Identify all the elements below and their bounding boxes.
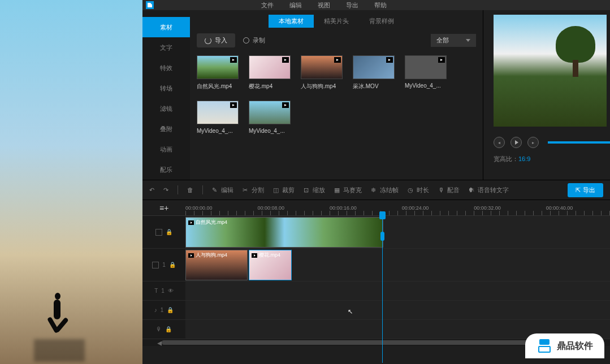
- clip-play-icon: [188, 220, 194, 225]
- filter-dropdown[interactable]: 全部: [431, 34, 476, 47]
- freeze-button[interactable]: ❄冻结帧: [371, 186, 399, 194]
- menu-edit[interactable]: 编辑: [289, 1, 302, 10]
- play-badge-icon: [282, 102, 289, 108]
- play-badge-icon: [230, 102, 237, 108]
- media-item[interactable]: MyVideo_4_...: [197, 101, 239, 134]
- aspect-ratio-info: 宽高比：16:9: [494, 155, 610, 163]
- subtab-bg[interactable]: 背景样例: [359, 15, 404, 28]
- undo-button[interactable]: ↶: [149, 187, 154, 194]
- media-thumbnail: [301, 55, 343, 79]
- subtab-titles[interactable]: 精美片头: [314, 15, 359, 28]
- tab-media[interactable]: 素材: [142, 17, 190, 37]
- prev-frame-button[interactable]: ◂: [494, 137, 505, 148]
- timestamp: 00:00:00.00: [185, 205, 213, 211]
- media-filename: 自然风光.mp4: [197, 83, 239, 90]
- track-head-pip[interactable]: 1🔒: [142, 249, 185, 281]
- tab-music[interactable]: 配乐: [142, 159, 190, 180]
- app-icon: [146, 1, 154, 9]
- menu-view[interactable]: 视图: [318, 1, 330, 10]
- mouse-cursor: ↖: [348, 308, 353, 315]
- prev-icon: ◂: [498, 140, 500, 145]
- timestamp: 00:00:40.00: [546, 205, 573, 211]
- media-filename: MyVideo_4_...: [197, 128, 239, 134]
- media-thumbnail: [405, 55, 447, 79]
- play-badge-icon: [282, 57, 289, 63]
- watermark-text: 鼎品软件: [557, 340, 593, 352]
- redo-button[interactable]: ↷: [163, 187, 168, 194]
- time-ruler[interactable]: ≡+ 00:00:00.00 00:00:08.00 00:00:16.00 0…: [142, 200, 610, 216]
- tab-transition[interactable]: 转场: [142, 78, 190, 98]
- clip-name: 自然风光.mp4: [196, 219, 227, 226]
- zoom-button[interactable]: ⊡缩放: [304, 186, 325, 194]
- watermark-badge: 鼎品软件: [525, 333, 604, 358]
- crop-button[interactable]: ◫裁剪: [273, 186, 295, 194]
- add-track-button[interactable]: ≡+: [159, 203, 168, 213]
- duration-button[interactable]: ◷时长: [408, 186, 429, 194]
- play-button[interactable]: [511, 137, 522, 148]
- media-panel: 本地素材 精美片头 背景样例 导入 录制 全部 自然风光.mp4樱花.mp4人与: [190, 10, 483, 180]
- watermark-icon: [537, 338, 552, 354]
- tab-overlay[interactable]: 叠附: [142, 119, 190, 139]
- edit-button[interactable]: ✎编辑: [212, 186, 233, 194]
- media-thumbnail: [197, 55, 239, 79]
- timeline-toolbar: ↶ ↷ 🗑 ✎编辑 ✂分割 ◫裁剪 ⊡缩放 ▦马赛克 ❄冻结帧 ◷时长 🎙配音 …: [142, 180, 610, 200]
- timeline: ≡+ 00:00:00.00 00:00:08.00 00:00:16.00 0…: [142, 200, 610, 346]
- track-head-voice[interactable]: 🎙🔒: [142, 320, 185, 339]
- media-filename: 人与狗狗.mp4: [301, 83, 343, 90]
- subtab-local[interactable]: 本地素材: [269, 15, 314, 28]
- track-head-video[interactable]: 🔒: [142, 216, 185, 248]
- clip-play-icon: [252, 253, 257, 258]
- mosaic-button[interactable]: ▦马赛克: [334, 186, 362, 194]
- media-filename: 采冰.MOV: [353, 83, 395, 90]
- record-icon: [243, 37, 249, 44]
- menubar: 文件 编辑 视图 导出 帮助: [142, 0, 610, 10]
- media-item[interactable]: 人与狗狗.mp4: [301, 55, 343, 90]
- menu-export[interactable]: 导出: [346, 1, 358, 10]
- media-grid: 自然风光.mp4樱花.mp4人与狗狗.mp4采冰.MOVMyVideo_4_..…: [190, 55, 483, 134]
- play-badge-icon: [386, 57, 393, 63]
- delete-button[interactable]: 🗑: [187, 187, 193, 193]
- media-item[interactable]: MyVideo_4_...: [249, 101, 291, 134]
- tab-text[interactable]: 文字: [142, 37, 190, 58]
- media-item[interactable]: 自然风光.mp4: [197, 55, 239, 90]
- media-item[interactable]: 采冰.MOV: [353, 55, 395, 90]
- export-button[interactable]: ⇱导出: [568, 183, 603, 197]
- preview-progress[interactable]: [548, 141, 610, 144]
- tab-animation[interactable]: 动画: [142, 139, 190, 159]
- video-track: 🔒 自然风光.mp4: [142, 216, 610, 249]
- timestamp: 00:00:32.00: [474, 205, 501, 211]
- split-button[interactable]: ✂分割: [243, 186, 264, 194]
- import-button[interactable]: 导入: [197, 33, 235, 47]
- next-frame-button[interactable]: ▸: [527, 137, 539, 148]
- clip-pip1[interactable]: 人与狗狗.mp4: [185, 250, 248, 280]
- record-label: 录制: [253, 36, 265, 45]
- record-button[interactable]: 录制: [243, 36, 265, 45]
- filter-label: 全部: [436, 36, 449, 45]
- track-head-audio[interactable]: ♪1🔒: [142, 301, 185, 319]
- timestamp: 00:00:08.00: [258, 205, 285, 211]
- media-item[interactable]: MyVideo_4_...: [405, 55, 447, 90]
- playhead[interactable]: [382, 216, 383, 363]
- media-filename: 樱花.mp4: [249, 83, 291, 90]
- play-badge-icon: [230, 57, 237, 63]
- tab-effects[interactable]: 特效: [142, 58, 190, 78]
- tab-filter[interactable]: 滤镜: [142, 98, 190, 119]
- track-head-text[interactable]: T1👁: [142, 281, 185, 300]
- media-thumbnail: [353, 55, 395, 79]
- menu-file[interactable]: 文件: [261, 1, 274, 10]
- clip-play-icon: [188, 253, 194, 258]
- dub-button[interactable]: 🎙配音: [438, 186, 460, 194]
- refresh-icon: [205, 37, 211, 44]
- media-item[interactable]: 樱花.mp4: [249, 55, 291, 90]
- media-filename: MyVideo_4_...: [249, 128, 291, 134]
- stt-button[interactable]: 🗣语音转文字: [469, 186, 509, 194]
- preview-video[interactable]: [494, 15, 607, 127]
- timestamp: 00:00:16.00: [330, 205, 357, 211]
- clip-main[interactable]: 自然风光.mp4: [185, 217, 383, 248]
- media-thumbnail: [249, 55, 291, 79]
- media-thumbnail: [197, 101, 239, 124]
- menu-help[interactable]: 帮助: [374, 1, 387, 10]
- clip-pip2[interactable]: 樱花.mp4: [249, 250, 292, 280]
- video-editor-window: 文件 编辑 视图 导出 帮助 迅捷视频剪辑软件 (会员专版) 素材 文字 特效 …: [142, 0, 610, 364]
- chevron-down-icon: [466, 39, 470, 42]
